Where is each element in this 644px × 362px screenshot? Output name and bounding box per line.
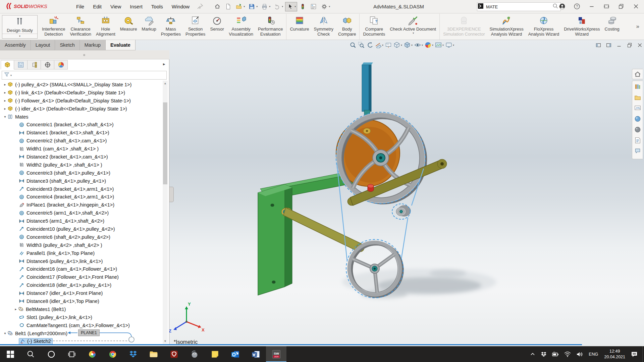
tree-mate[interactable]: Distance6 (pulley_&<1>,link_&<1>) <box>0 257 162 265</box>
apply-scene-button[interactable]: ▾ <box>434 41 444 49</box>
tree-mate[interactable]: Coincident10 (pulley_&<1>,pulley_&<2>) <box>0 225 162 233</box>
taskbar-dropbox[interactable] <box>123 346 143 362</box>
section-view-dropdown-icon[interactable]: ▾ <box>382 44 383 47</box>
document-settings-button[interactable] <box>309 2 319 11</box>
rollback-bar[interactable] <box>0 344 582 345</box>
tree-mate[interactable]: Coincident3 (bracket_&<1>,arm1_&<1>) <box>0 185 162 193</box>
minimize-document-button[interactable] <box>615 42 623 49</box>
tree-mate[interactable]: Width2 (pulley_&<1> ,shaft_&<1> ) <box>0 161 162 169</box>
tab-sketch[interactable]: Sketch <box>55 40 79 50</box>
tree-mate[interactable]: Concentric2 (shaft_&<1>,cam_&<1>) <box>0 137 162 145</box>
costing-button[interactable]: Costing <box>602 14 622 40</box>
expand-arrow-icon[interactable]: ▸ <box>3 91 7 94</box>
tab-markup[interactable]: Markup <box>80 40 106 50</box>
open-button[interactable]: ▾ <box>234 2 246 11</box>
pane-toggle-left-button[interactable] <box>594 42 602 49</box>
scrollbar-thumb[interactable] <box>163 102 167 184</box>
print-button[interactable]: ▾ <box>260 2 272 11</box>
sensor-button[interactable]: Sensor <box>208 14 226 40</box>
tree-mate[interactable]: Width1 (cam_&<1> ,shaft_&<1> ) <box>0 145 162 153</box>
taskbar-sticky-notes[interactable] <box>205 346 225 362</box>
taskbar-clock[interactable]: 12:49 20.04.2021 <box>601 349 628 360</box>
speaker-icon[interactable] <box>574 351 586 358</box>
menu-tools[interactable]: Tools <box>147 0 167 13</box>
taskbar-start[interactable] <box>0 346 20 362</box>
new-document-button[interactable] <box>223 2 233 11</box>
tree-mate[interactable]: Distance5 (arm1_&<1>,shaft_&<2>) <box>0 217 162 225</box>
tab-layout[interactable]: Layout <box>31 40 55 50</box>
taskbar-cortana[interactable] <box>41 346 61 362</box>
tree-mates-folder[interactable]: ▾Mates <box>0 113 162 121</box>
hide-show-items-dropdown-icon[interactable]: ▾ <box>422 44 423 47</box>
link-component[interactable] <box>283 208 364 252</box>
restore-document-button[interactable] <box>626 42 634 49</box>
taskbar-search[interactable] <box>20 346 41 362</box>
symmetry-check-button[interactable]: SymmetryCheck <box>311 14 336 40</box>
check-active-document-button[interactable]: Check Active Document▾ <box>387 14 438 40</box>
display-style-dropdown-icon[interactable]: ▾ <box>411 44 413 47</box>
view-palette-tab[interactable] <box>633 104 642 112</box>
tree-component[interactable]: ▸(-) idler_&<1> (Default<<Default>_Displ… <box>0 105 162 113</box>
view-orientation-button[interactable]: ▾ <box>393 41 403 49</box>
search-box[interactable]: ▾ <box>477 2 561 11</box>
language-indicator[interactable]: ENG <box>586 352 601 357</box>
tree-mate[interactable]: Coincident18 (idler_&<1>,pulley_&<1>) <box>0 281 162 289</box>
tree-mate[interactable]: Concentric1 (bracket_&<1>,shaft_&<1>) <box>0 121 162 129</box>
menu-view[interactable]: View <box>106 0 125 13</box>
panel-splitter[interactable] <box>0 50 169 59</box>
section-view-button[interactable]: ▾ <box>374 41 384 49</box>
taskbar-paint[interactable] <box>82 346 102 362</box>
apply-scene-dropdown-icon[interactable]: ▾ <box>442 44 444 47</box>
pane-toggle-right-button[interactable] <box>605 42 613 49</box>
tree-mate[interactable]: Coincident17 (Follower_&<1>,Front Plane) <box>0 273 162 281</box>
zoom-to-area-button[interactable] <box>357 41 365 49</box>
account-button[interactable] <box>557 2 568 12</box>
span-displays-button[interactable] <box>601 2 612 12</box>
tree-mate[interactable]: Coincident16 (cam_&<1>,Follower_&<1>) <box>0 265 162 273</box>
pane-splitter-handle[interactable] <box>169 187 174 202</box>
design-study-dropdown-icon[interactable]: ▾ <box>2 34 37 38</box>
scroll-up-icon[interactable]: ▲ <box>163 81 168 86</box>
tree-mate[interactable]: Concentric6 (shaft_&<2>,pulley_&<2>) <box>0 233 162 241</box>
menu-insert[interactable]: Insert <box>125 0 147 13</box>
clearance-button[interactable]: ClearanceVerification <box>67 14 94 40</box>
assembly-tab[interactable] <box>1 60 14 70</box>
tab-evaluate[interactable]: Evaluate <box>106 40 136 50</box>
filter-icon[interactable] <box>4 72 10 79</box>
help-button[interactable]: ? <box>572 2 583 12</box>
simulationxpress-button[interactable]: SimulationXpressAnalysis Wizard <box>487 14 526 40</box>
panel-expand-icon[interactable]: ▸ <box>163 61 165 66</box>
zoom-to-fit-button[interactable] <box>349 41 357 49</box>
menu-edit[interactable]: Edit <box>89 0 106 13</box>
property-manager-tab[interactable] <box>14 60 28 70</box>
curvature-button[interactable]: Curvature <box>287 14 311 40</box>
edit-appearance-dropdown-icon[interactable]: ▾ <box>432 44 433 47</box>
home-button[interactable] <box>213 2 223 11</box>
undo-button[interactable]: ▾ <box>272 2 284 11</box>
menu-window[interactable]: Window <box>167 0 194 13</box>
tree-mate[interactable]: Concentric3 (shaft_&<1>,pulley_&<1>) <box>0 169 162 177</box>
shaft-red-pin[interactable] <box>368 184 374 192</box>
view-orientation-dropdown-icon[interactable]: ▾ <box>401 44 402 47</box>
expand-arrow-icon[interactable]: ▸ <box>3 83 7 86</box>
rebuild-button[interactable] <box>298 2 308 11</box>
options-button[interactable]: ▾ <box>319 2 331 11</box>
tree-mate[interactable]: Distance3 (shaft_&<1>,pulley_&<1>) <box>0 177 162 185</box>
tree-mate[interactable]: Slot1 (pulley_&<1>,link_&<1>) <box>0 313 162 321</box>
taskbar-task-view[interactable] <box>61 346 82 362</box>
driveworksxpress-button[interactable]: DriveWorksXpressWizard <box>561 14 602 40</box>
file-explorer-pane-tab[interactable] <box>633 93 642 102</box>
expand-arrow-icon[interactable]: ▸ <box>13 307 18 311</box>
tree-scrollbar[interactable]: ▲ ▼ <box>163 81 168 344</box>
select-arrow-dropdown-icon[interactable]: ▾ <box>294 5 296 8</box>
restore-button[interactable] <box>616 2 627 12</box>
edit-appearance-button[interactable]: ▾ <box>424 41 434 49</box>
design-study-button[interactable]: Design Study ▾ <box>2 15 38 39</box>
view-settings-dropdown-icon[interactable]: ▾ <box>453 44 454 47</box>
configuration-tab[interactable] <box>28 60 41 70</box>
tree-mate[interactable]: InPlace1 (bracket_&<1>,hingepin_&<1>) <box>0 201 162 209</box>
search-input[interactable] <box>484 4 552 9</box>
hidden-icons-chevron[interactable] <box>527 351 538 357</box>
display-style-button[interactable]: ▾ <box>403 41 413 49</box>
tree-component[interactable]: ▸(-) pulley_&<2> (SMALL<<SMALL>_Display … <box>0 81 162 89</box>
